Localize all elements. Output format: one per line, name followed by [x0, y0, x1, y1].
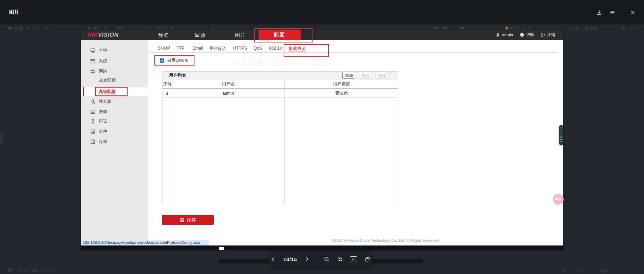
calendar-icon	[90, 129, 95, 134]
annotation-rect-onvif: 启用ONVIF	[154, 55, 194, 66]
bg-play-icon	[562, 268, 566, 273]
sidebar-item-local[interactable]: 本地	[81, 46, 148, 55]
sidebar-label: 图像	[99, 109, 107, 115]
zoom-out-icon[interactable]	[323, 256, 330, 263]
column-header-usertype: 用户类型	[284, 79, 399, 89]
sidebar-label: 系统	[99, 58, 107, 64]
nav-playback[interactable]: 回放	[195, 32, 206, 38]
column-divider	[172, 79, 172, 204]
next-photo-icon[interactable]	[303, 256, 310, 263]
cell-usertype: 管理员	[284, 89, 399, 98]
sidebar-item-image[interactable]: 图像	[81, 107, 148, 116]
column-header-username: 用户名	[172, 79, 284, 89]
onvif-checkbox[interactable]	[160, 58, 164, 63]
logout-label: 注销	[547, 32, 555, 38]
logout-icon	[541, 33, 545, 37]
previous-photo-icon[interactable]	[270, 256, 277, 263]
bg-word-count: 317 个字	[32, 268, 47, 273]
bg-zoom-in: +	[622, 269, 624, 273]
bg-grid-icon	[8, 268, 12, 273]
logout-button[interactable]: 注销	[541, 32, 555, 38]
tabs-divider	[150, 52, 558, 53]
zoom-in-icon[interactable]	[337, 256, 343, 263]
download-icon[interactable]	[596, 10, 602, 16]
image-icon	[90, 109, 95, 114]
nav-preview[interactable]: 预览	[158, 32, 169, 38]
sidebar-item-basic-config[interactable]: 基本配置	[81, 76, 148, 85]
status-url: 192.168.0.30/doc/page/config/network/adv…	[81, 240, 209, 245]
titlebar: 图片	[0, 0, 644, 24]
tab-snmp[interactable]: SNMP	[158, 46, 170, 51]
translate-floating-button[interactable]: 中A	[553, 194, 564, 205]
add-button[interactable]: 添加	[342, 72, 355, 79]
ptz-joystick-icon	[90, 118, 95, 124]
close-icon[interactable]	[630, 10, 636, 16]
app-title: 图片	[9, 9, 19, 15]
screenshot-bottom-strip	[81, 245, 563, 250]
bg-chevron-down-icon: ∨	[630, 26, 633, 31]
tab-integration-protocol[interactable]: 集成协议	[288, 46, 305, 52]
tab-email[interactable]: Email	[192, 46, 203, 51]
microphone-icon	[90, 99, 95, 104]
help-button[interactable]: 帮助	[520, 32, 534, 38]
check-icon	[160, 59, 164, 62]
photo-controls: 10/15 1:1	[269, 251, 372, 267]
tab-qos[interactable]: QoS	[253, 46, 262, 51]
column-header-index: 序号	[163, 79, 172, 89]
save-label: 保存	[187, 217, 196, 223]
photos-viewer-window: 图片 菜单 ▾ ↺ ↻ ⊕ 插入 ▾ 图片 正文 默认字体 11 ” ⚡ 快捷工…	[0, 0, 644, 274]
tab-https[interactable]: HTTPS	[233, 46, 247, 51]
save-button[interactable]: 保存	[162, 215, 214, 225]
bg-status-divider: |	[573, 269, 574, 273]
monitor-icon	[90, 48, 95, 53]
sidebar-item-event[interactable]: 事件	[81, 127, 148, 136]
column-divider	[284, 79, 285, 204]
hikvision-logo: HIKVISION	[88, 32, 118, 38]
bg-mention-label: @ 提及	[585, 26, 598, 32]
bg-menu-label: 菜单	[14, 26, 22, 32]
tab-ftp[interactable]: FTP	[176, 46, 185, 51]
sidebar-label: 高级配置	[99, 89, 116, 95]
cell-username: admin	[172, 89, 284, 98]
active-tab-underline	[288, 52, 306, 52]
bg-fullscreen-icon	[579, 268, 583, 273]
bg-redo-icon: ↻	[45, 26, 49, 31]
hik-user-area: admin 帮助 注销	[496, 30, 555, 40]
sidebar-label: 存储	[99, 139, 107, 145]
hikvision-screenshot: HIKVISION 预览 回放 图片 配置 admin 帮助 注销	[81, 30, 563, 250]
bg-search-icon	[621, 26, 625, 31]
bg-menu-icon	[8, 27, 12, 30]
sidebar-label: PTZ	[99, 119, 107, 124]
logo-hik: HIK	[88, 32, 98, 38]
hik-sidebar: 本地 系统 网络 基本配置 高级配置 视音频	[81, 40, 148, 245]
scroll-indicator-widget[interactable]	[559, 125, 563, 145]
sidebar-item-system[interactable]: 系统	[81, 57, 148, 66]
table-header-row: 序号 用户名 用户类型	[163, 79, 398, 89]
nav-config-active[interactable]: 配置	[259, 30, 301, 40]
rotate-icon[interactable]	[364, 256, 371, 263]
window-icon	[90, 58, 95, 64]
sidebar-item-advanced-config[interactable]: 高级配置	[81, 87, 148, 96]
cell-index: 1	[163, 89, 172, 98]
person-icon	[496, 33, 500, 37]
user-list-title: 用户列表	[169, 73, 186, 78]
help-label: 帮助	[526, 32, 534, 38]
user-menu[interactable]: admin	[496, 33, 513, 37]
logo-vision: VISION	[98, 32, 119, 38]
sidebar-item-audio-video[interactable]: 视音频	[81, 97, 148, 106]
sidebar-item-network[interactable]: 网络	[81, 67, 148, 76]
bg-caret: ▾	[50, 269, 52, 273]
bg-page-icon	[20, 268, 23, 273]
menu-icon[interactable]	[609, 10, 615, 16]
modify-button: 修改	[359, 72, 372, 79]
bg-zoom-level: 100%	[599, 269, 608, 273]
hik-content: SNMP FTP Email 平台接入 HTTPS QoS 802.1x 集成协…	[148, 40, 563, 245]
sidebar-item-storage[interactable]: 存储	[81, 137, 148, 146]
actual-size-icon[interactable]: 1:1	[350, 256, 357, 262]
table-row[interactable]: 1 admin 管理员	[163, 89, 398, 98]
tab-8021x[interactable]: 802.1x	[269, 46, 282, 51]
sidebar-item-ptz[interactable]: PTZ	[81, 117, 148, 126]
user-list-panel: 用户列表 添加 修改 删除 序号 用户名 用户类型 1 admin 管理员	[162, 71, 398, 204]
nav-picture[interactable]: 图片	[235, 32, 246, 38]
tab-platform-access[interactable]: 平台接入	[209, 46, 226, 52]
